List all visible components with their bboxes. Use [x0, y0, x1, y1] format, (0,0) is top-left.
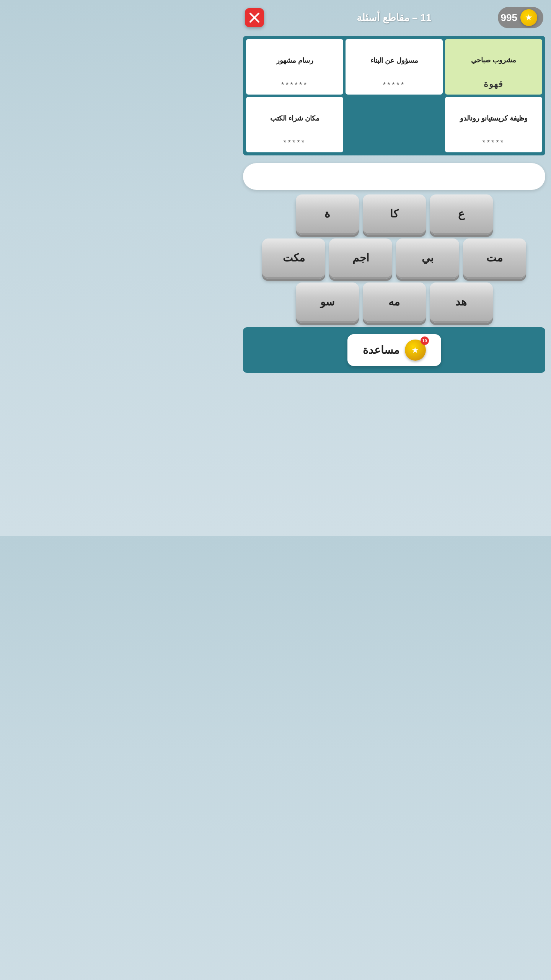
puzzle-cell-3[interactable]: وظيفة كريستيانو رونالدو ***** [445, 97, 542, 152]
letter-btn-مكت[interactable]: مكت [262, 238, 325, 279]
letter-btn-سو[interactable]: سو [296, 283, 359, 323]
letter-btn-بي[interactable]: بي [396, 238, 459, 279]
puzzle-cell-2[interactable]: رسام مشهور ****** [246, 39, 343, 95]
help-area: ★ 10 مساعدة [243, 327, 545, 373]
score-value: 995 [501, 12, 517, 24]
cell-clue-1: مسؤول عن البناء [370, 44, 418, 77]
letter-row-1: مت بي اجم مكت [241, 238, 547, 279]
cell-answer-2: ****** [281, 80, 308, 89]
puzzle-cell-1[interactable]: مسؤول عن البناء ***** [346, 39, 443, 95]
cell-clue-0: مشروب صباحي [471, 44, 516, 76]
cell-clue-3: وظيفة كريستيانو رونالدو [460, 102, 528, 135]
help-label: مساعدة [363, 344, 399, 356]
letter-btn-كا[interactable]: كا [363, 194, 426, 235]
help-coin-icon: ★ 10 [405, 340, 426, 361]
answer-input[interactable] [243, 163, 545, 190]
page-title: 11 – مقاطع أسئلة [357, 12, 431, 24]
star-icon: ★ [520, 9, 537, 26]
cell-answer-4: ***** [284, 138, 306, 147]
letter-btn-ة[interactable]: ة [296, 194, 359, 235]
cell-clue-4: مكان شراء الكتب [270, 102, 320, 135]
letter-btn-ع[interactable]: ع [430, 194, 493, 235]
grid-spacer [346, 97, 443, 152]
puzzle-cell-0[interactable]: مشروب صباحي قهوة [445, 39, 542, 95]
puzzle-cell-4[interactable]: مكان شراء الكتب ***** [246, 97, 343, 152]
letter-btn-مت[interactable]: مت [463, 238, 526, 279]
cell-answer-0: قهوة [484, 79, 504, 89]
help-coin-badge: 10 [421, 336, 429, 345]
letter-btn-اجم[interactable]: اجم [329, 238, 392, 279]
letter-btn-مه[interactable]: مه [363, 283, 426, 323]
close-button[interactable] [245, 8, 264, 27]
header: ★ 995 11 – مقاطع أسئلة [237, 0, 551, 32]
cell-answer-3: ***** [483, 138, 505, 147]
cell-clue-2: رسام مشهور [276, 44, 313, 77]
cell-answer-1: ***** [383, 80, 406, 89]
letter-row-0: ع كا ة [241, 194, 547, 235]
score-badge: ★ 995 [498, 7, 543, 28]
help-button[interactable]: ★ 10 مساعدة [347, 334, 441, 366]
letter-btn-هد[interactable]: هد [430, 283, 493, 323]
letter-row-2: هد مه سو [241, 283, 547, 323]
letters-grid: ع كا ة مت بي اجم مكت هد مه سو [241, 194, 547, 323]
puzzle-grid: مشروب صباحي قهوة مسؤول عن البناء ***** ر… [243, 36, 545, 155]
